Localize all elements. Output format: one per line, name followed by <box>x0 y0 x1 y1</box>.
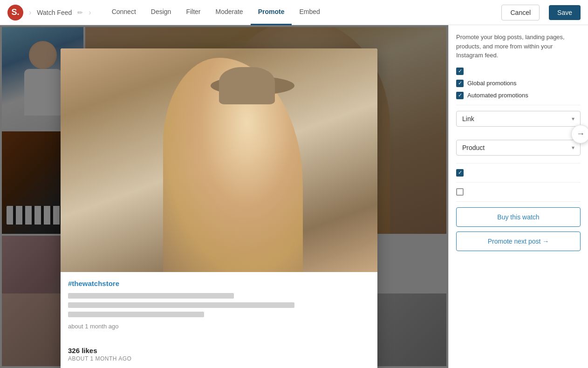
checkbox-row-4 <box>456 188 581 196</box>
post-stats: 326 likes ABOUT 1 MONTH AGO <box>61 341 377 362</box>
post-likes: 326 likes <box>68 347 370 354</box>
checkbox-1[interactable]: ✓ <box>456 68 464 75</box>
checkbox-automated[interactable]: ✓ <box>456 92 464 99</box>
divider-2 <box>456 163 581 164</box>
text-line-2 <box>68 302 294 308</box>
post-time: about 1 month ago <box>68 323 370 330</box>
buy-this-watch-button[interactable]: Buy this watch <box>456 207 581 227</box>
link-dropdown-label: Link <box>462 115 474 123</box>
checkbox-row-3: ✓ <box>456 169 581 177</box>
right-description: Promote your blog posts, landing pages, … <box>456 33 581 60</box>
nav-tabs: Connect Design Filter Moderate Promote E… <box>104 0 328 25</box>
edit-icon: ✏ <box>77 9 83 16</box>
next-arrow-button[interactable]: → <box>571 125 588 143</box>
save-button[interactable]: Save <box>549 5 581 20</box>
product-dropdown-label: Product <box>462 144 485 151</box>
divider-1 <box>456 105 581 105</box>
text-line-1 <box>68 293 234 299</box>
post-text-lines <box>68 293 370 317</box>
logo: S. <box>7 5 23 20</box>
tab-filter[interactable]: Filter <box>178 0 208 25</box>
checkbox-4[interactable] <box>456 188 464 196</box>
text-line-3 <box>68 312 204 317</box>
breadcrumb-arrow-1: › <box>29 8 31 17</box>
breadcrumb-arrow-2: › <box>89 8 91 17</box>
cancel-button[interactable]: Cancel <box>501 5 540 20</box>
tab-connect[interactable]: Connect <box>104 0 144 25</box>
post-hashtag: #thewatchstore <box>68 279 370 287</box>
topnav: S. › Watch Feed ✏ › Connect Design Filte… <box>0 0 588 25</box>
feed-area: #thewatchstore about 1 month ago 326 lik… <box>0 25 448 368</box>
tab-moderate[interactable]: Moderate <box>208 0 251 25</box>
post-image <box>61 48 377 272</box>
divider-4 <box>456 201 581 202</box>
promote-next-post-button[interactable]: Promote next post → <box>456 232 581 251</box>
global-promotions-label: Global promotions <box>467 80 517 87</box>
tab-promote[interactable]: Promote <box>251 0 292 25</box>
product-dropdown[interactable]: Product ▾ <box>456 140 581 156</box>
post-modal: #thewatchstore about 1 month ago 326 lik… <box>61 48 377 368</box>
link-dropdown-arrow: ▾ <box>572 116 574 122</box>
main-area: #thewatchstore about 1 month ago 326 lik… <box>0 25 588 368</box>
checkbox-global[interactable]: ✓ <box>456 80 464 87</box>
tab-embed[interactable]: Embed <box>292 0 327 25</box>
checkbox-3[interactable]: ✓ <box>456 169 464 177</box>
automated-promotions-label: Automated promotions <box>467 92 528 99</box>
checkbox-row-1: ✓ <box>456 68 581 75</box>
link-dropdown[interactable]: Link ▾ <box>456 111 581 127</box>
right-panel: Promote your blog posts, landing pages, … <box>448 25 588 368</box>
post-content: #thewatchstore about 1 month ago <box>61 272 377 341</box>
checkbox-row-global: ✓ Global promotions <box>456 80 581 87</box>
post-date-upper: ABOUT 1 MONTH AGO <box>68 355 370 362</box>
product-dropdown-arrow: ▾ <box>572 144 574 151</box>
breadcrumb-watchfeed: Watch Feed <box>37 9 72 16</box>
divider-3 <box>456 182 581 183</box>
checkbox-row-automated: ✓ Automated promotions <box>456 92 581 99</box>
tab-design[interactable]: Design <box>144 0 179 25</box>
